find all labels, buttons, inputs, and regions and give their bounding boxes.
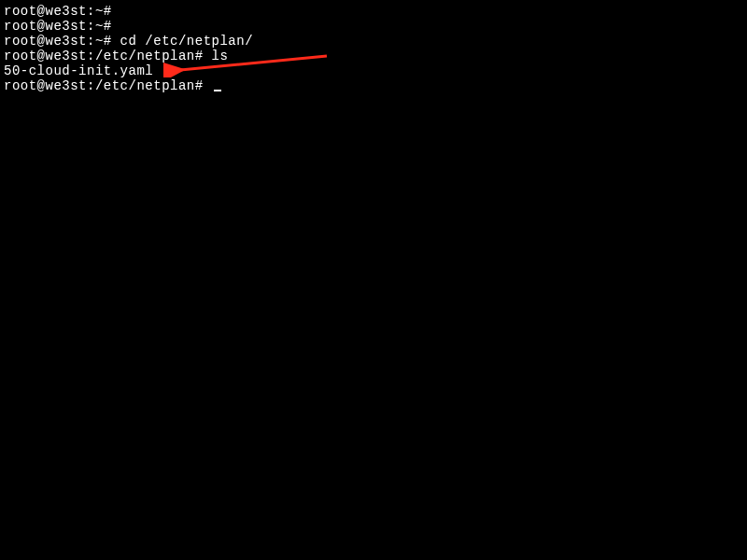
prompt: root@we3st:~# <box>4 19 112 34</box>
command-text: cd /etc/netplan/ <box>112 34 253 49</box>
terminal-line: root@we3st:~# <box>4 4 743 19</box>
terminal-line: root@we3st:~# cd /etc/netplan/ <box>4 34 743 49</box>
prompt: root@we3st:~# <box>4 34 112 49</box>
prompt: root@we3st:/etc/netplan# <box>4 78 204 93</box>
command-text: ls <box>204 49 229 63</box>
prompt: root@we3st:/etc/netplan# <box>4 49 204 63</box>
terminal-line: root@we3st:/etc/netplan# ls <box>4 49 743 63</box>
command-input[interactable] <box>204 78 212 93</box>
file-listing: 50-cloud-init.yaml <box>4 63 153 78</box>
cursor-icon <box>214 90 221 91</box>
terminal-output-line: 50-cloud-init.yaml <box>4 63 743 78</box>
terminal-current-line[interactable]: root@we3st:/etc/netplan# <box>4 78 743 93</box>
prompt: root@we3st:~# <box>4 4 112 19</box>
terminal-line: root@we3st:~# <box>4 19 743 34</box>
